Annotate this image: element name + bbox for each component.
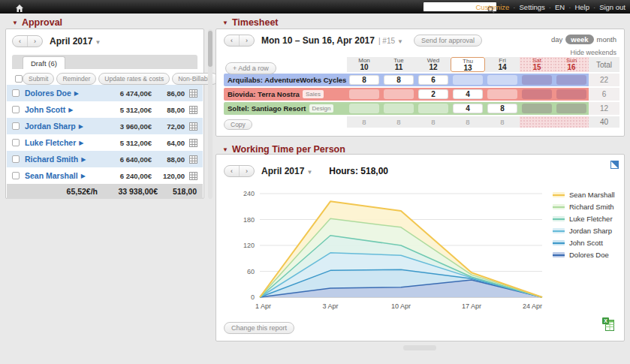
action-button-update-rates-costs[interactable]: Update rates & costs <box>98 73 170 85</box>
hour-cell-empty[interactable] <box>487 89 517 99</box>
legend-item[interactable]: Dolores Doe <box>553 251 615 259</box>
hour-input[interactable]: 8 <box>487 104 517 113</box>
legend-item[interactable]: Jordan Sharp <box>553 227 615 235</box>
row-checkbox[interactable] <box>12 106 20 113</box>
day-header: Fri14 <box>485 57 520 72</box>
row-checkbox[interactable] <box>12 139 20 146</box>
expand-caret-icon[interactable]: ▶ <box>68 107 73 113</box>
prev-month-button[interactable]: ‹ <box>225 166 240 176</box>
row-checkbox[interactable] <box>12 172 20 179</box>
send-for-approval-button[interactable]: Send for approval <box>414 35 482 47</box>
total-rate: 65,52€/h <box>67 187 98 196</box>
hour-cell-empty[interactable] <box>384 104 414 113</box>
hour-cell-empty[interactable] <box>418 104 448 113</box>
hour-cell-empty[interactable] <box>349 89 379 99</box>
row-checkbox[interactable] <box>12 155 20 163</box>
row-amount: 6 240,00€ <box>98 172 152 180</box>
approval-section-header[interactable]: ▼Approval <box>12 17 62 28</box>
topnav-link-sign-out[interactable]: Sign out <box>599 3 625 11</box>
hour-cell-empty[interactable] <box>522 104 552 113</box>
view-toggle-week[interactable]: week <box>565 35 593 44</box>
week-number-selector[interactable]: | #15▼ <box>378 37 403 45</box>
hour-cell-empty[interactable] <box>349 104 379 113</box>
day-header-today[interactable]: Thu13 <box>451 57 485 72</box>
timesheet-grid-icon[interactable] <box>189 139 197 147</box>
report-period-selector[interactable]: April 2017▼ <box>261 166 312 176</box>
timesheet-section-header[interactable]: ▼Timesheet <box>222 17 279 28</box>
hour-cell-empty[interactable] <box>556 104 586 113</box>
hour-input[interactable]: 8 <box>349 75 379 85</box>
legend-item[interactable]: Richard Smith <box>553 203 615 211</box>
hour-input[interactable]: 6 <box>418 75 448 85</box>
prev-period-button[interactable]: ‹ <box>13 36 28 47</box>
person-name-link[interactable]: Sean Marshall <box>25 171 78 180</box>
timesheet-grid-icon[interactable] <box>189 155 197 164</box>
hour-input[interactable]: 8 <box>384 75 414 85</box>
topnav-link-customize[interactable]: Customize <box>475 3 509 11</box>
panel-resize-handle[interactable] <box>403 345 436 350</box>
hour-cell-empty[interactable] <box>384 89 414 99</box>
legend-item[interactable]: Luke Fletcher <box>553 215 615 223</box>
copy-button[interactable]: Copy <box>224 119 252 130</box>
legend-item[interactable]: Sean Marshall <box>553 191 615 199</box>
view-toggle-day[interactable]: day <box>551 35 562 44</box>
expand-caret-icon[interactable]: ▶ <box>81 156 86 163</box>
next-month-button[interactable]: › <box>240 166 254 176</box>
hour-cell-empty[interactable] <box>487 75 517 85</box>
timesheet-grid-icon[interactable] <box>189 172 197 180</box>
prev-week-button[interactable]: ‹ <box>225 35 240 46</box>
topnav-link-help[interactable]: Help <box>574 3 589 11</box>
row-checkbox[interactable] <box>12 89 20 97</box>
person-name-link[interactable]: Luke Fletcher <box>25 138 76 147</box>
collapse-triangle-icon: ▼ <box>222 20 228 26</box>
row-total: 12 <box>589 102 619 115</box>
action-button-reminder[interactable]: Reminder <box>56 73 96 85</box>
hour-input[interactable]: 4 <box>453 89 483 99</box>
legend-item[interactable]: John Scott <box>553 239 615 247</box>
hour-cell-empty[interactable] <box>522 75 552 85</box>
expand-caret-icon[interactable]: ▶ <box>79 140 83 146</box>
timesheet-grid-icon[interactable] <box>189 106 197 114</box>
change-report-button[interactable]: Change this report <box>224 322 294 334</box>
hour-input[interactable]: 2 <box>418 89 448 99</box>
hour-cell-empty[interactable] <box>556 89 586 99</box>
next-period-button[interactable]: › <box>28 36 42 47</box>
timesheet-grid-icon[interactable] <box>189 122 197 131</box>
hide-weekends-link[interactable]: Hide weekends <box>570 49 616 56</box>
hour-input[interactable]: 4 <box>453 104 483 113</box>
report-section-header[interactable]: ▼Working Time per Person <box>222 144 345 155</box>
next-week-button[interactable]: › <box>240 35 254 46</box>
action-button-submit[interactable]: Submit <box>23 73 54 85</box>
scrollbar-thumb[interactable] <box>208 31 213 67</box>
project-label[interactable]: Soltel: Santiago ResortDesign <box>224 102 347 115</box>
approval-actions-row: SubmitReminderUpdate rates & costsNon-Bi… <box>12 72 197 86</box>
hour-cell-empty[interactable] <box>556 75 586 85</box>
project-label[interactable]: Biovida: Terra NostraSales <box>224 88 347 101</box>
approval-period-selector[interactable]: April 2017▼ <box>50 36 101 47</box>
topnav-link-en[interactable]: EN <box>555 3 565 11</box>
tab-draft[interactable]: Draft (6) <box>23 56 65 69</box>
hour-cell <box>554 102 589 115</box>
approval-row: Dolores Doe▶6 474,00€86,00 <box>7 85 203 101</box>
project-label[interactable]: Arquilabs: AdventureWorks CyclesAnalysis <box>224 74 347 86</box>
view-toggle-month[interactable]: month <box>597 35 616 44</box>
timesheet-grid-icon[interactable] <box>189 89 197 98</box>
excel-export-icon[interactable]: X <box>602 317 614 334</box>
expand-caret-icon[interactable]: ▶ <box>74 90 79 97</box>
person-name-link[interactable]: John Scott <box>25 105 65 114</box>
person-name-link[interactable]: Jordan Sharp <box>25 122 76 131</box>
home-icon[interactable] <box>15 2 24 16</box>
day-number: 12 <box>416 64 451 71</box>
hour-cell-empty[interactable] <box>522 89 552 99</box>
popout-icon[interactable] <box>610 158 619 172</box>
person-name-link[interactable]: Richard Smith <box>25 155 78 164</box>
topnav-link-settings[interactable]: Settings <box>520 3 545 11</box>
select-all-checkbox[interactable] <box>15 75 23 83</box>
hour-cell <box>520 102 554 115</box>
person-name-link[interactable]: Dolores Doe <box>25 89 71 98</box>
row-checkbox[interactable] <box>12 122 20 130</box>
hour-cell-empty[interactable] <box>453 75 483 85</box>
expand-caret-icon[interactable]: ▶ <box>81 173 86 179</box>
add-row-button[interactable]: + Add a row <box>225 62 276 74</box>
expand-caret-icon[interactable]: ▶ <box>79 123 83 130</box>
